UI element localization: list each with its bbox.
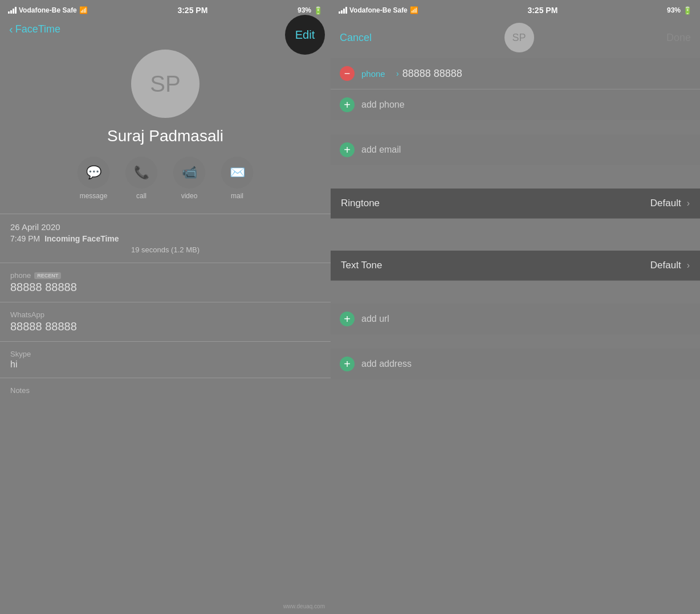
message-action[interactable]: 💬 message bbox=[78, 157, 109, 200]
recent-badge: RECENT bbox=[34, 272, 61, 279]
avatar: SP bbox=[131, 50, 200, 118]
nav-bar-left: ‹ FaceTime Edit bbox=[0, 21, 331, 38]
call-date: 26 April 2020 bbox=[10, 222, 320, 232]
nav-bar-right: Cancel SP Done bbox=[331, 21, 700, 58]
ringtone-chevron-icon: › bbox=[687, 198, 690, 208]
ringtone-row[interactable]: Ringtone Default › bbox=[331, 189, 700, 219]
time-right: 3:25 PM bbox=[527, 6, 557, 15]
message-label: message bbox=[80, 192, 108, 200]
back-label: FaceTime bbox=[15, 23, 60, 35]
phone-field-label: phone bbox=[361, 69, 393, 79]
phone-type: phone RECENT bbox=[10, 271, 320, 280]
status-left: Vodafone-Be Safe 📶 bbox=[8, 6, 88, 14]
email-edit-section: + add email bbox=[331, 134, 700, 165]
url-edit-section: + add url bbox=[331, 304, 700, 334]
status-bar-left: Vodafone-Be Safe 📶 3:25 PM 93% 🔋 bbox=[0, 0, 331, 21]
call-icon: 📞 bbox=[125, 157, 157, 189]
spacer-3 bbox=[331, 228, 700, 241]
add-email-label: add email bbox=[361, 145, 401, 155]
edit-form: − phone › 88888 88888 + add phone + add … bbox=[331, 58, 700, 379]
call-type: Incoming FaceTime bbox=[44, 234, 119, 243]
phone-number[interactable]: 88888 88888 bbox=[10, 281, 320, 294]
back-button[interactable]: ‹ FaceTime bbox=[9, 23, 60, 36]
cancel-button[interactable]: Cancel bbox=[340, 32, 372, 44]
whatsapp-label: WhatsApp bbox=[10, 310, 320, 319]
text-tone-row[interactable]: Text Tone Default › bbox=[331, 251, 700, 281]
contact-name: Suraj Padmasali bbox=[107, 127, 223, 145]
message-icon: 💬 bbox=[78, 157, 109, 189]
signal-bars-right bbox=[339, 7, 347, 14]
add-email-row[interactable]: + add email bbox=[331, 134, 700, 165]
call-info-row: 7:49 PM Incoming FaceTime bbox=[10, 234, 320, 243]
add-url-row[interactable]: + add url bbox=[331, 304, 700, 334]
skype-value: hi bbox=[10, 359, 320, 370]
done-button[interactable]: Done bbox=[666, 32, 691, 44]
mail-icon: ✉️ bbox=[221, 157, 253, 189]
carrier-left: Vodafone-Be Safe bbox=[19, 6, 77, 14]
back-chevron-icon: ‹ bbox=[9, 23, 13, 36]
spacer-5 bbox=[331, 335, 700, 349]
video-icon: 📹 bbox=[173, 157, 205, 189]
status-bar-right: Vodafone-Be Safe 📶 3:25 PM 93% 🔋 bbox=[331, 0, 700, 21]
skype-label: Skype bbox=[10, 350, 320, 358]
signal-bars bbox=[8, 7, 17, 14]
battery-icon-left: 🔋 bbox=[314, 6, 323, 15]
phone-field-value[interactable]: 88888 88888 bbox=[402, 68, 691, 80]
add-phone-button[interactable]: + bbox=[340, 97, 355, 112]
spacer-2 bbox=[331, 166, 700, 179]
battery-right: 93% bbox=[667, 6, 681, 14]
address-edit-section: + add address bbox=[331, 349, 700, 379]
notes-section: Notes bbox=[0, 378, 331, 403]
add-phone-label: add phone bbox=[361, 100, 405, 110]
text-tone-label: Text Tone bbox=[341, 260, 650, 271]
avatar-area: SP Suraj Padmasali 💬 message 📞 call 📹 vi… bbox=[0, 38, 331, 214]
call-time: 7:49 PM bbox=[10, 234, 40, 243]
battery-left: 93% bbox=[298, 6, 311, 14]
watermark: www.deuaq.com bbox=[283, 603, 325, 609]
video-label: video bbox=[181, 192, 198, 200]
phone-section: phone RECENT 88888 88888 bbox=[0, 263, 331, 302]
right-avatar-initials: SP bbox=[512, 32, 526, 44]
spacer-1 bbox=[331, 121, 700, 134]
action-buttons: 💬 message 📞 call 📹 video ✉️ mail bbox=[78, 157, 253, 200]
time-left: 3:25 PM bbox=[177, 6, 207, 15]
wifi-icon: 📶 bbox=[79, 6, 88, 14]
mail-action[interactable]: ✉️ mail bbox=[221, 157, 253, 200]
ringtone-section: Ringtone Default › bbox=[331, 189, 700, 219]
add-phone-row[interactable]: + add phone bbox=[331, 89, 700, 120]
call-duration: 19 seconds (1.2 MB) bbox=[131, 245, 200, 254]
right-avatar: SP bbox=[504, 23, 534, 52]
phone-edit-row: − phone › 88888 88888 bbox=[331, 58, 700, 89]
phone-field-chevron-icon: › bbox=[396, 69, 399, 78]
skype-section: Skype hi bbox=[0, 342, 331, 378]
text-tone-section: Text Tone Default › bbox=[331, 251, 700, 281]
text-tone-value: Default bbox=[650, 260, 681, 271]
add-email-button[interactable]: + bbox=[340, 142, 355, 157]
carrier-right: Vodafone-Be Safe bbox=[349, 6, 408, 14]
call-action[interactable]: 📞 call bbox=[125, 157, 157, 200]
phone-edit-section: − phone › 88888 88888 + add phone bbox=[331, 58, 700, 120]
ringtone-value: Default bbox=[650, 198, 681, 209]
text-tone-chevron-icon: › bbox=[687, 260, 690, 271]
battery-icon-right: 🔋 bbox=[683, 6, 692, 15]
ringtone-label: Ringtone bbox=[341, 198, 650, 209]
right-panel: Vodafone-Be Safe 📶 3:25 PM 93% 🔋 Cancel … bbox=[331, 0, 700, 614]
phone-type-label: phone bbox=[10, 271, 31, 280]
notes-label: Notes bbox=[10, 386, 320, 395]
status-right: 93% 🔋 bbox=[298, 6, 323, 15]
add-address-button[interactable]: + bbox=[340, 357, 355, 371]
whatsapp-section: WhatsApp 88888 88888 bbox=[0, 302, 331, 341]
avatar-initials: SP bbox=[150, 71, 180, 97]
mail-label: mail bbox=[231, 192, 243, 200]
status-right-right: 93% 🔋 bbox=[667, 6, 692, 15]
wifi-icon-right: 📶 bbox=[410, 6, 418, 14]
spacer-4 bbox=[331, 290, 700, 304]
video-action[interactable]: 📹 video bbox=[173, 157, 205, 200]
add-url-button[interactable]: + bbox=[340, 312, 355, 326]
remove-phone-button[interactable]: − bbox=[340, 66, 355, 81]
add-address-label: add address bbox=[361, 359, 412, 369]
call-log-section: 26 April 2020 7:49 PM Incoming FaceTime … bbox=[0, 214, 331, 263]
left-panel: Vodafone-Be Safe 📶 3:25 PM 93% 🔋 ‹ FaceT… bbox=[0, 0, 331, 614]
whatsapp-number[interactable]: 88888 88888 bbox=[10, 320, 320, 333]
add-address-row[interactable]: + add address bbox=[331, 349, 700, 379]
